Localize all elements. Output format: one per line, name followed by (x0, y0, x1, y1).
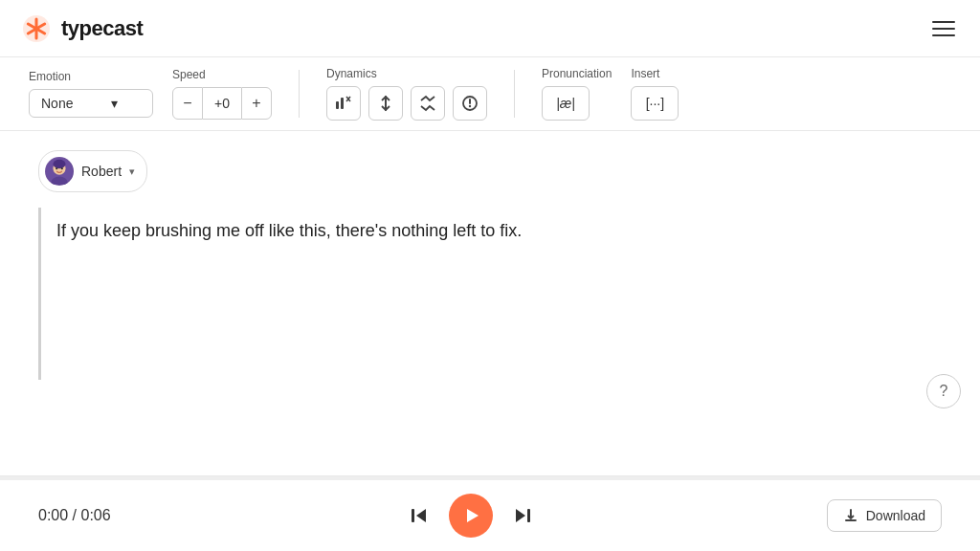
emotion-dropdown-arrow: ▾ (111, 96, 118, 111)
toolbar-divider-2 (514, 70, 515, 118)
pronunciation-label: Pronunciation (542, 67, 612, 80)
voice-chevron-icon: ▾ (129, 165, 135, 178)
svg-rect-4 (336, 101, 339, 109)
download-icon (843, 508, 858, 523)
text-content-area[interactable]: If you keep brushing me off like this, t… (38, 208, 942, 380)
skip-forward-button[interactable] (508, 501, 537, 530)
toolbar: Emotion None ▾ Speed − +0 + Dynamics (0, 57, 980, 131)
dynamics-icon-1 (334, 94, 353, 113)
progress-bar-container[interactable] (0, 476, 980, 480)
voice-name: Robert (81, 164, 122, 179)
insert-group: Insert [···] (631, 67, 679, 121)
logo-icon (19, 11, 54, 46)
dynamics-icon-3 (418, 94, 437, 113)
svg-rect-21 (527, 509, 530, 522)
emotion-value: None (41, 96, 73, 111)
svg-rect-24 (845, 519, 857, 521)
emotion-select[interactable]: None ▾ (29, 89, 153, 118)
speed-label: Speed (172, 68, 272, 81)
dynamics-controls (326, 86, 487, 121)
dynamics-btn-1[interactable] (326, 86, 361, 121)
speed-group: Speed − +0 + (172, 68, 272, 120)
speed-increment-button[interactable]: + (241, 87, 272, 120)
dynamics-btn-2[interactable] (368, 86, 403, 121)
svg-marker-22 (516, 509, 525, 522)
menu-button[interactable] (926, 15, 961, 42)
logo: typecast (19, 11, 143, 46)
pronunciation-button[interactable]: |æ| (542, 86, 590, 121)
dynamics-btn-3[interactable] (411, 86, 445, 121)
speed-controls: − +0 + (172, 87, 272, 120)
dynamics-btn-4[interactable] (453, 86, 487, 121)
download-label: Download (866, 508, 925, 523)
hamburger-line-2 (932, 28, 955, 30)
emotion-label: Emotion (29, 70, 153, 83)
voice-avatar (45, 157, 74, 186)
time-display: 0:00 / 0:06 (38, 507, 115, 524)
dynamics-group: Dynamics (326, 67, 487, 121)
svg-rect-5 (341, 98, 344, 109)
bottom-bar: 0:00 / 0:06 (0, 475, 980, 551)
toolbar-divider-1 (299, 70, 300, 118)
help-button[interactable]: ? (926, 374, 961, 408)
pronunciation-group: Pronunciation |æ| (542, 67, 612, 121)
dynamics-icon-2 (376, 94, 395, 113)
svg-rect-18 (412, 509, 414, 522)
editor-text[interactable]: If you keep brushing me off like this, t… (56, 217, 926, 245)
main-content: Robert ▾ If you keep brushing me off lik… (0, 131, 980, 428)
skip-back-icon (409, 505, 430, 526)
insert-label: Insert (631, 67, 679, 80)
speed-decrement-button[interactable]: − (172, 87, 203, 120)
header: typecast (0, 0, 980, 57)
dynamics-icon-4 (460, 94, 479, 113)
play-icon (463, 507, 480, 524)
player-controls: 0:00 / 0:06 (0, 480, 980, 551)
voice-selector[interactable]: Robert ▾ (38, 150, 147, 192)
skip-back-button[interactable] (405, 501, 434, 530)
emotion-group: Emotion None ▾ (29, 70, 153, 118)
insert-button[interactable]: [···] (631, 86, 679, 121)
download-button[interactable]: Download (827, 499, 942, 532)
logo-text: typecast (61, 16, 143, 41)
svg-marker-20 (467, 509, 479, 522)
svg-point-11 (469, 105, 471, 107)
hamburger-line-3 (932, 34, 955, 36)
avatar-image (46, 158, 73, 185)
speed-value: +0 (203, 87, 241, 120)
svg-marker-19 (416, 509, 426, 522)
svg-point-14 (53, 160, 65, 168)
dynamics-label: Dynamics (326, 67, 487, 80)
playback-buttons (134, 494, 808, 538)
skip-forward-icon (512, 505, 533, 526)
svg-point-15 (56, 167, 57, 169)
play-button[interactable] (449, 494, 493, 538)
svg-point-16 (61, 167, 63, 169)
hamburger-line-1 (932, 21, 955, 23)
